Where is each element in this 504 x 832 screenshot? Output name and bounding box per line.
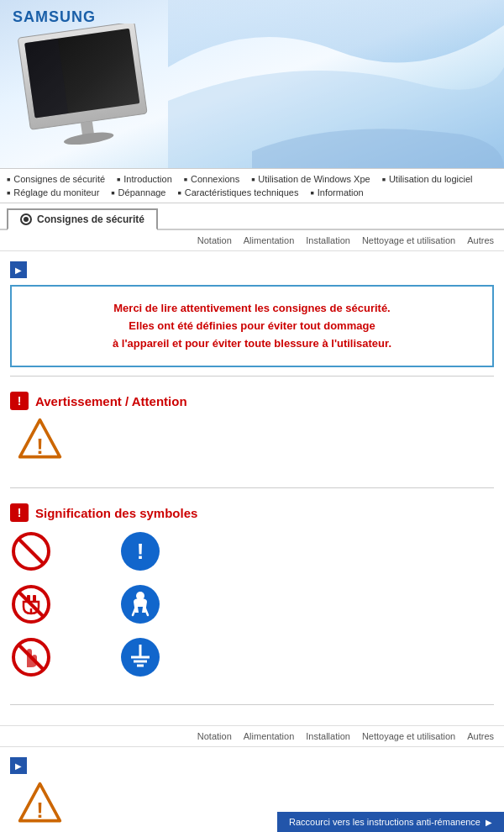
svg-text:!: ! [36,434,44,458]
triangle-warning-icon: ! [17,417,494,466]
sub-nav-notation[interactable]: Notation [197,235,232,245]
sub-nav-autres[interactable]: Autres [467,235,494,245]
symbol-ground [119,636,220,681]
sub-nav-bottom: Notation Alimentation Installation Netto… [0,725,504,747]
symbols-grid: ! [10,530,494,681]
sub-nav-top: Notation Alimentation Installation Netto… [0,230,504,251]
divider-1 [10,376,494,377]
symbols-section-title: ! Signification des symboles [10,503,494,522]
nav-item-intro[interactable]: Introduction [117,174,172,184]
monitor-illustration [17,24,151,154]
nav-row-1: Consignes de sécurité Introduction Conne… [7,172,497,186]
nav-item-caract[interactable]: Caractéristiques techniques [177,187,298,197]
nav-item-reglage[interactable]: Réglage du moniteur [7,187,99,197]
sub-nav-alimentation[interactable]: Alimentation [244,235,295,245]
svg-line-8 [19,540,43,563]
svg-text:!: ! [36,798,44,822]
exclaim-icon-warning: ! [10,392,29,410]
symbol-no-plug [10,583,111,628]
nav-item-windows[interactable]: Utilisation de Windows Xpe [251,174,370,184]
bottom-nav-nettoyage[interactable]: Nettoyage et utilisation [362,731,455,741]
nav-item-depannage[interactable]: Dépannage [111,187,165,197]
nav-item-information[interactable]: Information [310,187,363,197]
symbol-no-1 [10,530,111,575]
nav-item-connexions[interactable]: Connexions [184,174,239,184]
tab-label: Consignes de sécurité [37,213,144,225]
header-decoration [168,0,504,168]
bottom-nav-notation[interactable]: Notation [197,731,232,741]
warning-box: Merci de lire attentivement les consigne… [10,285,494,367]
nav-row-2: Réglage du moniteur Dépannage Caractéris… [7,186,497,199]
sub-nav-nettoyage[interactable]: Nettoyage et utilisation [362,235,455,245]
warning-text: Merci de lire attentivement les consigne… [25,300,479,352]
tab-bar: Consignes de sécurité [0,203,504,230]
symbols-section: ! Signification des symboles ! [10,497,494,696]
exclaim-icon-symbols: ! [10,503,29,522]
tab-safety[interactable]: Consignes de sécurité [7,208,158,230]
bottom-nav-installation[interactable]: Installation [306,731,350,741]
tab-circle-dot [24,217,29,222]
warning-section-title: ! Avertissement / Attention [10,392,494,410]
symbol-no-touch [10,636,111,681]
bottom-nav-alimentation[interactable]: Alimentation [244,731,295,741]
divider-2 [10,487,494,488]
avertissement-section: ! Avertissement / Attention ! [10,385,494,479]
symbol-electric [119,583,220,628]
tab-circle-icon [20,213,32,225]
symbols-label: Signification des symboles [35,506,197,520]
shortcut-label: Raccourci vers les instructions anti-rém… [289,817,480,827]
symbol-info: ! [119,530,220,575]
shortcut-button[interactable]: Raccourci vers les instructions anti-rém… [277,812,504,832]
nav-item-safety[interactable]: Consignes de sécurité [7,174,105,184]
warning-label: Avertissement / Attention [35,394,187,408]
sub-nav-installation[interactable]: Installation [306,235,350,245]
divider-3 [10,704,494,705]
nav-item-software[interactable]: Utilisation du logiciel [382,174,473,184]
arrow-button-bottom[interactable] [10,757,27,774]
bottom-nav-autres[interactable]: Autres [467,731,494,741]
arrow-button-top[interactable] [10,261,27,278]
svg-text:!: ! [137,539,144,564]
navigation-bar: Consignes de sécurité Introduction Conne… [0,168,504,203]
main-content: Merci de lire attentivement les consigne… [0,251,504,720]
header-banner: SAMSUNG [0,0,504,168]
